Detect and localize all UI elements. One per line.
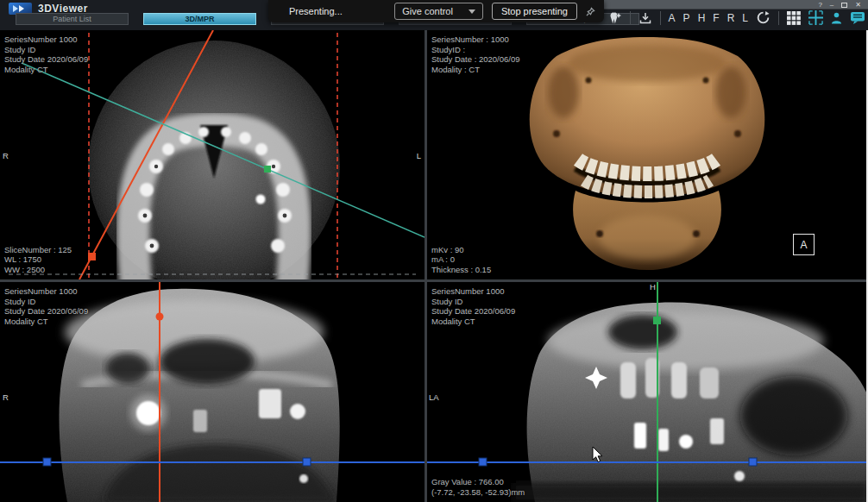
orientation-label-head: H	[650, 282, 656, 292]
orientation-posterior-button[interactable]: P	[683, 13, 690, 23]
minimize-button[interactable]: –	[830, 2, 833, 9]
viewport-axial[interactable]: SeriesNumber 1000 Study ID Study Date 20…	[0, 30, 425, 279]
viewport-divider-horizontal[interactable]	[0, 279, 868, 282]
blue-line-handle[interactable]	[303, 458, 311, 466]
orange-line-dot-handle[interactable]	[156, 313, 164, 321]
toolbar-divider	[778, 11, 779, 25]
maximize-button[interactable]	[841, 3, 847, 8]
presenting-bar: Presenting... Give control Stop presenti…	[268, 0, 604, 22]
export-icon[interactable]	[638, 11, 652, 25]
green-line-handle[interactable]	[653, 317, 661, 324]
chat-icon[interactable]	[850, 11, 865, 25]
orientation-cube-indicator: A	[793, 234, 815, 255]
app-window: 3DViewer Patient List 3D/MPR CPR Output …	[0, 0, 868, 502]
stop-presenting-button[interactable]: Stop presenting	[492, 3, 577, 20]
viewport-3d-volume[interactable]: SeriesNumber : 1000 StudyID : Study Date…	[427, 30, 868, 279]
user-icon[interactable]	[831, 11, 842, 25]
presenting-status: Presenting...	[289, 6, 343, 16]
give-control-button[interactable]: Give control	[394, 3, 483, 20]
orientation-right-button[interactable]: R	[727, 13, 735, 23]
orientation-left-button[interactable]: L	[742, 13, 748, 23]
pin-icon[interactable]	[586, 7, 595, 16]
axial-ct-image	[0, 30, 425, 279]
orientation-anterior-button[interactable]: A	[669, 13, 676, 23]
help-button[interactable]: ?	[818, 2, 821, 9]
teal-line-handle[interactable]	[264, 166, 271, 173]
tab-3d-mpr[interactable]: 3D/MPR	[143, 13, 256, 25]
cross-section-ct-image	[0, 282, 425, 502]
orientation-foot-button[interactable]: F	[713, 13, 719, 23]
blue-line-handle[interactable]	[479, 458, 487, 466]
viewport-cross-section[interactable]: SeriesNumber 1000 Study ID Study Date 20…	[0, 282, 425, 502]
orientation-label-right: R	[3, 392, 9, 402]
panoramic-ct-image	[427, 282, 868, 502]
orientation-label-right: R	[3, 151, 9, 160]
header-toolbar: A P H F R L	[609, 10, 865, 25]
blue-line-handle[interactable]	[43, 458, 51, 466]
window-controls: ? – ✕	[818, 0, 861, 9]
orientation-head-button[interactable]: H	[698, 13, 706, 23]
chevron-down-icon	[469, 9, 475, 14]
viewport-divider-vertical[interactable]	[425, 30, 427, 502]
layout-grid-icon[interactable]	[787, 11, 801, 25]
orientation-label-left: L	[417, 151, 421, 160]
orientation-label-left-anterior: LA	[429, 392, 439, 402]
reset-rotation-icon[interactable]	[756, 10, 771, 25]
close-button[interactable]: ✕	[855, 2, 861, 9]
blue-line-handle[interactable]	[749, 458, 757, 466]
tooth-icon[interactable]	[609, 11, 622, 25]
viewport-panoramic[interactable]: SeriesNumber 1000 Study ID Study Date 20…	[427, 282, 868, 502]
toolbar-divider	[630, 11, 631, 25]
toolbar-divider	[660, 11, 661, 25]
orange-line-handle[interactable]	[88, 253, 96, 260]
tab-patient-list[interactable]: Patient List	[16, 13, 129, 25]
mpr-layout-icon[interactable]	[808, 10, 823, 25]
